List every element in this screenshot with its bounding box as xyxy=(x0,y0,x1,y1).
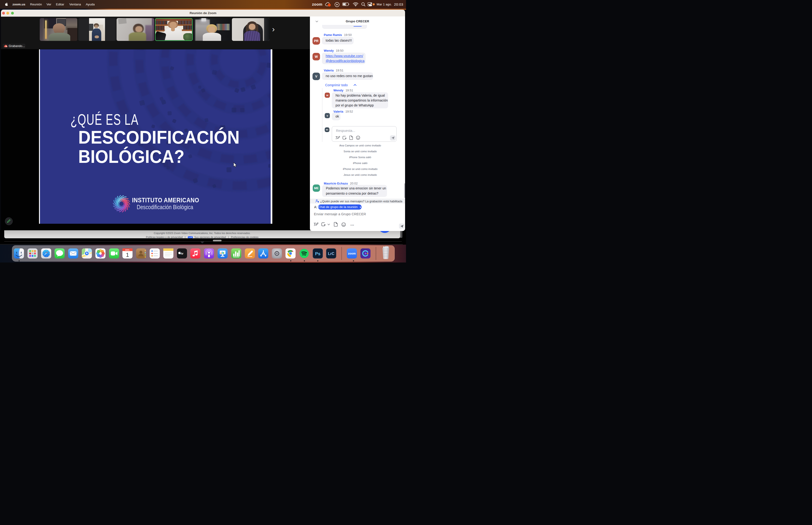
svg-text:zoom: zoom xyxy=(348,252,356,255)
svg-text:AGO.: AGO. xyxy=(125,249,130,251)
svg-text:Ps: Ps xyxy=(315,251,321,256)
svg-text:tv: tv xyxy=(181,252,183,255)
svg-text:LrC: LrC xyxy=(328,252,335,256)
svg-text:1: 1 xyxy=(126,252,129,258)
